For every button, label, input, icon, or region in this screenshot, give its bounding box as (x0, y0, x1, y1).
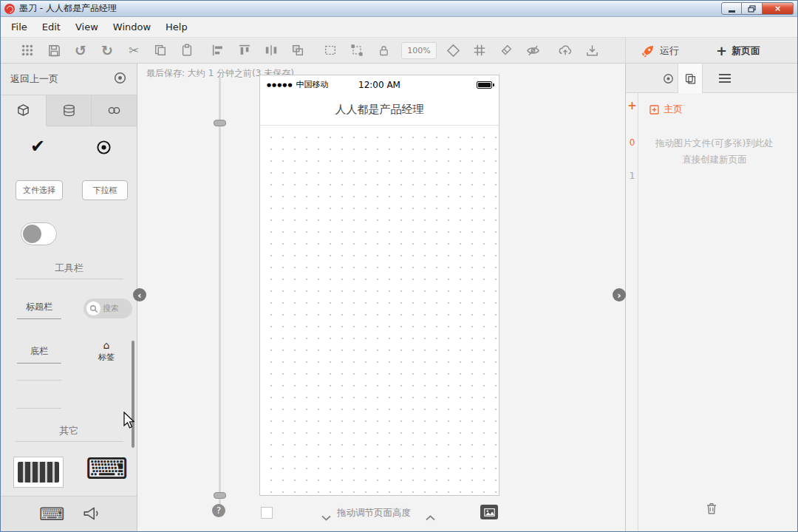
hide-eye-icon[interactable] (519, 38, 546, 64)
collapse-left-panel-button[interactable]: ‹ (133, 288, 146, 301)
menu-edit[interactable]: Edit (35, 18, 68, 35)
titlebar-widget[interactable]: 标题栏 (17, 301, 61, 319)
radio-widget[interactable] (96, 140, 112, 158)
tab-basic-widgets[interactable] (1, 95, 47, 126)
align-top-icon[interactable] (231, 38, 258, 64)
dotted-grid-canvas[interactable] (260, 126, 499, 495)
grid-icon[interactable] (466, 38, 493, 64)
minimize-button[interactable] (721, 2, 742, 15)
hamburger-icon (719, 72, 731, 85)
menu-file[interactable]: File (4, 18, 35, 35)
checkbox-widget[interactable]: ✔ (30, 136, 45, 157)
tab-menu[interactable] (713, 64, 737, 93)
maximize-button[interactable] (742, 2, 763, 15)
chevron-down-icon[interactable] (321, 510, 331, 524)
tabbar-tag-widget[interactable]: ⌂ 标签 (92, 340, 120, 363)
lock-icon[interactable] (370, 38, 397, 64)
titlebar: 墨刀 - 人人都是产品经理 × (1, 1, 797, 17)
image-icon (484, 508, 495, 516)
chevron-up-icon[interactable] (426, 510, 435, 524)
cloud-upload-icon[interactable] (552, 38, 579, 64)
home-page-item[interactable]: 主页 (649, 103, 683, 116)
record-icon (662, 72, 675, 85)
toolbar-divider (625, 38, 626, 64)
keyboard-widget-thumbnail[interactable]: ⌨ (86, 452, 129, 485)
battery-icon (477, 81, 492, 89)
distribute-icon[interactable] (258, 38, 284, 64)
home-icon: ⌂ (92, 340, 120, 350)
back-row: 返回上一页 (1, 64, 137, 95)
download-icon[interactable] (579, 38, 605, 64)
tab-pages[interactable] (678, 64, 703, 93)
drop-hint-line1: 拖动图片文件(可多张)到此处 (636, 137, 793, 150)
group-divider (16, 279, 123, 279)
widget-sidebar: 返回上一页 ✔ 文件选择 下拉框 工具栏 (1, 64, 137, 531)
height-slider-handle-top[interactable] (214, 120, 226, 126)
page-checkbox[interactable] (261, 507, 273, 519)
marquee-select-icon[interactable] (317, 38, 344, 64)
height-slider-track (219, 77, 221, 516)
tab-record[interactable] (658, 64, 678, 93)
megaphone-icon[interactable] (82, 505, 101, 525)
keyboard-icon[interactable]: ⌨ (39, 504, 65, 525)
sidebar-scrollbar[interactable] (132, 341, 134, 448)
statusbar-widget-thumbnail[interactable] (13, 457, 64, 488)
tab-component-library[interactable] (47, 95, 92, 126)
paste-icon[interactable] (174, 38, 200, 64)
cut-icon[interactable]: ✂ (120, 38, 147, 64)
tab-icon-library[interactable] (92, 95, 137, 126)
pages-sidebar-tabs (626, 64, 797, 93)
undo-icon[interactable]: ↺ (67, 38, 94, 64)
sidebar-footer: ⌨ (1, 496, 137, 531)
add-screen-icon (649, 105, 659, 115)
height-hint-label: 拖动调节页面高度 (337, 507, 411, 519)
new-page-button[interactable]: + 新页面 (716, 38, 760, 64)
menu-view[interactable]: View (68, 18, 106, 35)
restore-icon (748, 5, 756, 13)
toggle-knob (23, 225, 41, 243)
menu-help[interactable]: Help (158, 18, 195, 35)
plus-icon: + (716, 44, 727, 58)
target-icon[interactable] (113, 71, 127, 88)
dropdown-widget[interactable]: 下拉框 (82, 180, 128, 200)
toggle-switch-widget[interactable] (21, 222, 57, 245)
collapse-right-panel-button[interactable]: › (613, 288, 626, 301)
divider-widget[interactable] (17, 408, 61, 409)
pages-icon (684, 72, 697, 85)
bottombar-widget[interactable]: 底栏 (17, 345, 61, 364)
drop-hint-line2: 直接创建新页面 (636, 154, 793, 166)
align-left-icon[interactable] (205, 38, 231, 64)
skew-icon[interactable] (440, 38, 466, 64)
menu-window[interactable]: Window (106, 18, 158, 35)
divider-widget[interactable] (17, 380, 61, 381)
group-icon[interactable] (284, 38, 311, 64)
trash-button[interactable] (704, 501, 719, 519)
searchbar-widget[interactable]: 搜索 (83, 299, 132, 318)
add-page-button[interactable]: + (626, 99, 638, 112)
redo-icon[interactable]: ↻ (94, 38, 120, 64)
image-button[interactable] (480, 505, 498, 519)
rocket-icon (641, 44, 655, 58)
toolbar: ↺ ↻ ✂ 100% (1, 38, 797, 64)
transform-icon[interactable] (344, 38, 370, 64)
height-slider-handle-bottom[interactable] (214, 492, 226, 499)
copy-icon[interactable] (147, 38, 174, 64)
group-divider (16, 441, 123, 442)
statusbar-preview-image (18, 462, 59, 482)
run-button[interactable]: 运行 (641, 38, 679, 64)
zoom-level[interactable]: 100% (401, 38, 437, 64)
phone-status-bar: ●●●●● 中国移动 12:00 AM (260, 75, 499, 94)
phone-canvas[interactable]: ●●●●● 中国移动 12:00 AM 人人都是产品经理 (259, 75, 499, 496)
page-index-1[interactable]: 1 (626, 171, 638, 181)
back-link[interactable]: 返回上一页 (10, 72, 58, 86)
close-button[interactable]: × (763, 2, 794, 15)
search-placeholder: 搜索 (103, 303, 119, 314)
menubar: File Edit View Window Help (1, 17, 797, 38)
apps-grid-icon[interactable] (14, 38, 41, 64)
run-label: 运行 (660, 44, 679, 58)
file-select-widget[interactable]: 文件选择 (16, 180, 63, 200)
eraser-icon[interactable] (493, 38, 519, 64)
canvas-footer: 拖动调节页面高度 (137, 500, 625, 531)
toolbar-group-label: 工具栏 (1, 262, 137, 275)
save-icon[interactable] (41, 38, 67, 64)
